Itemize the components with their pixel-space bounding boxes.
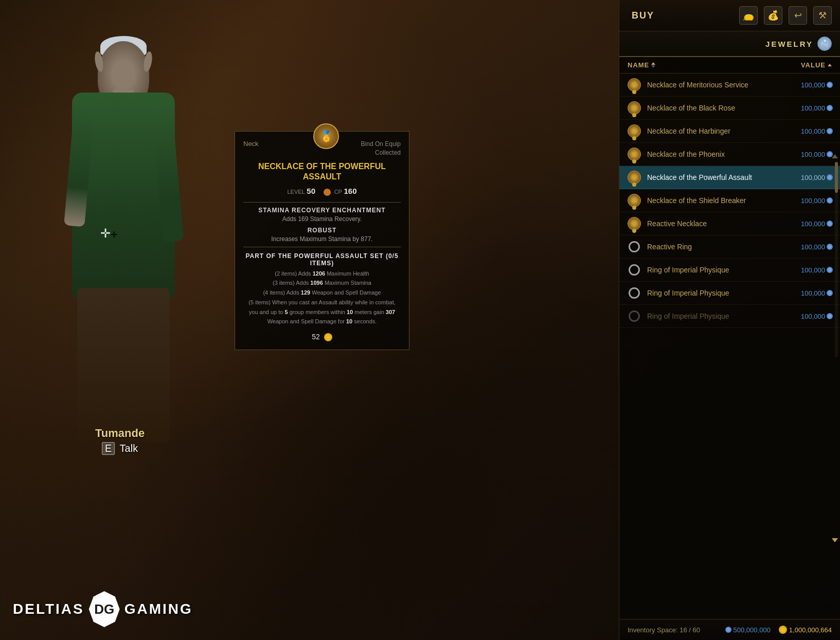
- item-value: 100,000: [801, 243, 833, 251]
- floating-item-icon: 🏅: [313, 123, 339, 149]
- value-coin: [827, 174, 833, 180]
- value-coin: [827, 197, 833, 204]
- item-name: Reactive Necklace: [647, 220, 796, 228]
- npc-name: Tumande: [95, 427, 145, 440]
- store-craft-icon[interactable]: ⚒: [813, 6, 832, 25]
- item-thumbnail: [627, 239, 642, 254]
- scroll-up-arrow[interactable]: [832, 154, 838, 158]
- store-bag-icon[interactable]: 👝: [739, 6, 758, 25]
- value-coin: [827, 313, 833, 319]
- divider-1: [243, 202, 401, 203]
- necklace-icon: [628, 194, 641, 207]
- col-name-header[interactable]: NAME: [628, 61, 655, 69]
- cp-label: CP: [334, 189, 342, 195]
- jewelry-title: JEWELRY: [765, 40, 813, 48]
- list-item[interactable]: Necklace of the Harbinger 100,000: [619, 120, 840, 143]
- item-name: Ring of Imperial Physique: [647, 312, 796, 320]
- jewelry-header: JEWELRY 💍: [619, 31, 840, 57]
- item-thumbnail: [627, 170, 642, 185]
- store-panel: BUY 👝 💰 ↩ ⚒ JEWELRY 💍 NAME VALUE Necklac…: [619, 0, 840, 640]
- level-value: 50: [307, 187, 315, 195]
- trait-desc: Increases Maximum Stamina by 877.: [243, 235, 401, 243]
- list-item[interactable]: Ring of Imperial Physique 100,000: [619, 305, 840, 328]
- list-item[interactable]: Necklace of Meritorious Service 100,000: [619, 74, 840, 97]
- store-coins-icon[interactable]: 💰: [764, 6, 782, 25]
- tooltip-category: Neck: [243, 140, 259, 148]
- currency-gold: 1,000,000,664: [777, 626, 832, 634]
- item-thumbnail: [627, 147, 642, 162]
- set-item-3: (4 items) Adds 129 Weapon and Spell Dama…: [243, 288, 401, 298]
- list-item[interactable]: Necklace of the Shield Breaker 100,000: [619, 189, 840, 212]
- item-value: 100,000: [801, 174, 833, 181]
- char-legs: [77, 288, 170, 442]
- scrollbar[interactable]: [835, 162, 838, 357]
- level-label: LEVEL: [287, 189, 305, 195]
- gold-coin-footer: [779, 626, 787, 634]
- item-name: Ring of Imperial Physique: [647, 289, 796, 297]
- col-value-sort: [828, 64, 832, 66]
- tooltip-item-name: NECKLACE OF THE POWERFUL ASSAULT: [243, 161, 401, 183]
- list-item[interactable]: Reactive Ring 100,000: [619, 235, 840, 259]
- set-item-4: (5 items) When you cast an Assault abili…: [243, 298, 401, 326]
- list-item[interactable]: Reactive Necklace 100,000: [619, 212, 840, 235]
- brand-right-text: GAMING: [124, 601, 193, 617]
- character-area: [0, 0, 221, 640]
- tooltip-price: 52: [243, 333, 401, 341]
- value-coin: [827, 244, 833, 250]
- divider-2: [243, 247, 401, 247]
- store-header: BUY 👝 💰 ↩ ⚒: [619, 0, 840, 31]
- jewelry-icon[interactable]: 💍: [817, 36, 832, 51]
- brand-logo: DELTIAS DG GAMING: [0, 578, 206, 640]
- item-value: 100,000: [801, 289, 833, 297]
- item-thumbnail: [627, 100, 642, 116]
- currency-display: 500,000,000 1,000,000,664: [725, 626, 832, 634]
- item-name: Necklace of the Shield Breaker: [647, 196, 796, 205]
- item-list: Necklace of Meritorious Service 100,000 …: [619, 74, 840, 611]
- store-arrow-icon[interactable]: ↩: [789, 6, 807, 25]
- ring-icon: [629, 287, 640, 299]
- list-item[interactable]: Ring of Imperial Physique 100,000: [619, 259, 840, 282]
- inventory-space: Inventory Space: 16 / 60: [628, 626, 700, 634]
- necklace-icon: [628, 148, 641, 161]
- list-item[interactable]: Necklace of the Phoenix 100,000: [619, 143, 840, 166]
- cp-value: 160: [344, 187, 357, 195]
- crosshair: ✛: [100, 226, 116, 242]
- price-value: 52: [312, 333, 320, 341]
- item-name: Necklace of the Black Rose: [647, 104, 796, 112]
- ring-icon: [629, 264, 640, 276]
- brand-dg-logo: DG: [86, 589, 122, 630]
- necklace-icon: [628, 124, 641, 138]
- scroll-thumb[interactable]: [835, 162, 838, 193]
- item-value: 100,000: [801, 197, 833, 205]
- character-model: [41, 41, 206, 442]
- item-value: 100,000: [801, 266, 833, 274]
- col-value-header[interactable]: VALUE: [801, 61, 832, 69]
- currency-gold-value: 1,000,000,664: [789, 626, 832, 634]
- column-headers: NAME VALUE: [619, 57, 840, 74]
- cp-icon: [324, 189, 331, 196]
- npc-label: Tumande E Talk: [95, 427, 145, 455]
- scroll-down-arrow[interactable]: [832, 538, 838, 542]
- col-name-sort[interactable]: [651, 62, 655, 68]
- sort-down-arrow: [651, 65, 655, 68]
- gold-coin-icon: [324, 333, 332, 341]
- list-item[interactable]: Necklace of the Powerful Assault 100,000: [619, 166, 840, 189]
- item-thumbnail: [627, 285, 642, 301]
- set-items: (2 items) Adds 1206 Maximum Health (3 it…: [243, 269, 401, 326]
- trait-title: ROBUST: [243, 227, 401, 234]
- value-coin: [827, 290, 833, 296]
- list-item[interactable]: Ring of Imperial Physique 100,000: [619, 282, 840, 305]
- tooltip-bind: Bind On EquipCollected: [361, 140, 401, 157]
- item-name: Reactive Ring: [647, 243, 796, 251]
- store-footer: Inventory Space: 16 / 60 500,000,000 1,0…: [619, 619, 840, 640]
- npc-talk-prompt[interactable]: E Talk: [95, 442, 145, 455]
- item-name: Necklace of Meritorious Service: [647, 81, 796, 89]
- item-thumbnail: [627, 123, 642, 139]
- blue-coin-icon: [725, 627, 731, 633]
- value-coin: [827, 267, 833, 273]
- list-item[interactable]: Necklace of the Black Rose 100,000: [619, 97, 840, 120]
- necklace-icon: [628, 78, 641, 92]
- item-thumbnail: [627, 262, 642, 278]
- npc-talk-key: E: [102, 442, 115, 455]
- enchantment-desc: Adds 169 Stamina Recovery.: [243, 215, 401, 223]
